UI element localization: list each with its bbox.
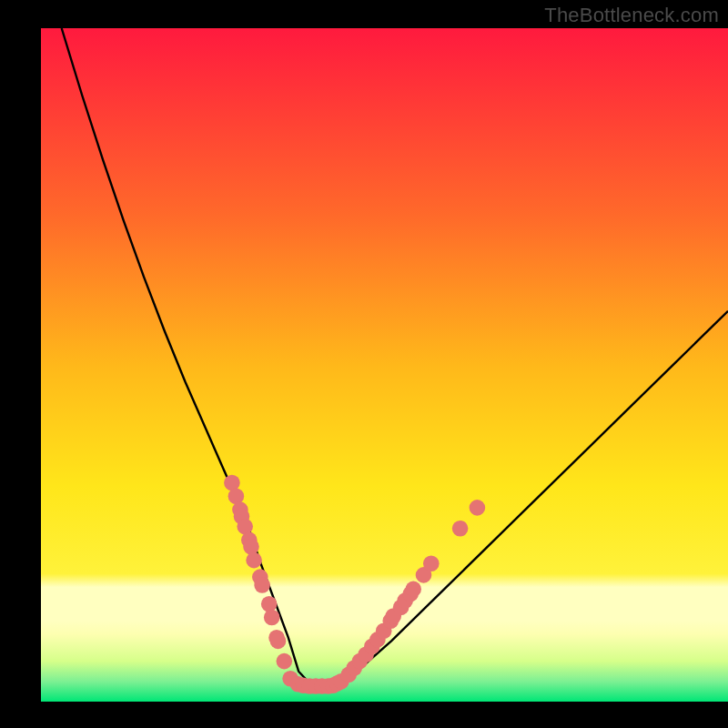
plot-area [41, 28, 728, 702]
data-dot [261, 596, 278, 612]
data-dot [452, 521, 469, 537]
chart-frame: TheBottleneck.com [0, 0, 728, 728]
data-dot [423, 556, 440, 572]
data-dot [264, 610, 280, 626]
bottleneck-chart [0, 0, 728, 728]
data-dot [470, 500, 486, 516]
data-dot [405, 581, 421, 598]
data-dot [243, 539, 259, 555]
data-dot [270, 633, 287, 650]
watermark-text: TheBottleneck.com [544, 4, 719, 27]
data-dot [246, 552, 262, 569]
data-dot [277, 653, 293, 670]
data-dot [254, 577, 270, 593]
